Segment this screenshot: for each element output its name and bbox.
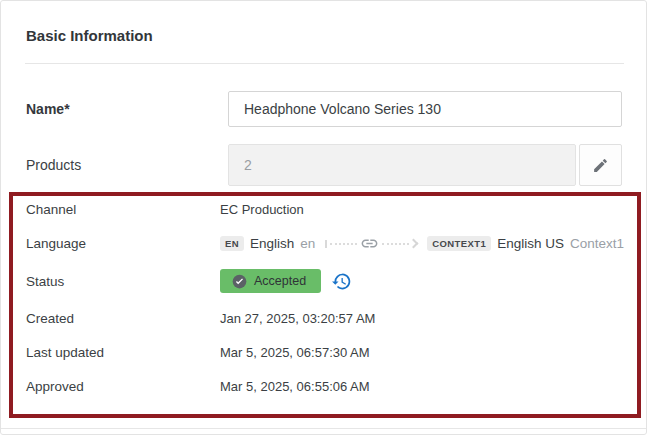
last-updated-value: Mar 5, 2025, 06:57:30 AM bbox=[220, 345, 370, 360]
chevron-right-icon bbox=[409, 239, 419, 249]
target-language-name: English US bbox=[497, 236, 564, 251]
language-row: Language EN English en CONTEXT1 English … bbox=[13, 234, 637, 253]
name-row: Name* bbox=[1, 91, 646, 127]
check-circle-icon bbox=[232, 274, 247, 289]
language-label: Language bbox=[26, 236, 220, 251]
products-input bbox=[228, 144, 576, 186]
language-link-connector bbox=[325, 234, 417, 253]
approved-label: Approved bbox=[26, 379, 220, 394]
bottom-divider bbox=[1, 428, 646, 429]
products-row: Products bbox=[1, 144, 646, 186]
approved-value: Mar 5, 2025, 06:55:06 AM bbox=[220, 379, 370, 394]
channel-label: Channel bbox=[26, 202, 220, 217]
status-history-button[interactable] bbox=[330, 270, 352, 292]
approved-row: Approved Mar 5, 2025, 06:55:06 AM bbox=[13, 377, 637, 395]
name-label: Name* bbox=[26, 101, 228, 117]
connector-dash-left bbox=[330, 243, 357, 245]
name-input[interactable] bbox=[228, 91, 622, 127]
connector-tick bbox=[325, 240, 327, 248]
status-value: Accepted bbox=[220, 269, 352, 293]
history-icon bbox=[331, 271, 352, 292]
last-updated-label: Last updated bbox=[26, 345, 220, 360]
edit-products-button[interactable] bbox=[579, 144, 622, 186]
status-badge-label: Accepted bbox=[254, 274, 306, 288]
source-language-name: English bbox=[250, 236, 294, 251]
source-language-locale: en bbox=[300, 236, 315, 251]
created-label: Created bbox=[26, 311, 220, 326]
status-badge: Accepted bbox=[220, 269, 321, 293]
products-label: Products bbox=[26, 157, 228, 173]
source-language-code-badge: EN bbox=[220, 236, 244, 251]
highlighted-info-section: Channel EC Production Language EN Englis… bbox=[9, 192, 641, 418]
target-context-badge: CONTEXT1 bbox=[427, 236, 491, 251]
created-value: Jan 27, 2025, 03:20:57 AM bbox=[220, 311, 375, 326]
last-updated-row: Last updated Mar 5, 2025, 06:57:30 AM bbox=[13, 343, 637, 361]
connector-dash-right bbox=[382, 243, 409, 245]
created-row: Created Jan 27, 2025, 03:20:57 AM bbox=[13, 309, 637, 327]
heading-divider bbox=[25, 63, 624, 64]
basic-information-panel: Basic Information Name* Products Channel… bbox=[0, 0, 647, 435]
channel-row: Channel EC Production bbox=[13, 200, 637, 218]
pencil-icon bbox=[592, 157, 609, 174]
channel-value: EC Production bbox=[220, 202, 304, 217]
language-value: EN English en CONTEXT1 English US Contex… bbox=[220, 234, 624, 253]
panel-title: Basic Information bbox=[1, 1, 646, 44]
status-row: Status Accepted bbox=[13, 269, 637, 293]
status-label: Status bbox=[26, 274, 220, 289]
link-icon bbox=[360, 234, 379, 253]
target-language-locale: Context1 bbox=[570, 236, 624, 251]
